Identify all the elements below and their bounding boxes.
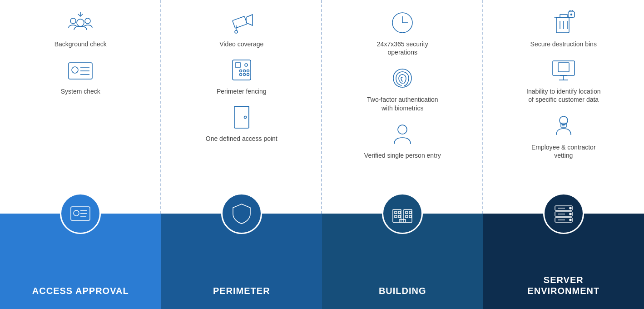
system-check-icon <box>64 56 96 84</box>
svg-point-1 <box>70 18 76 24</box>
svg-point-17 <box>243 70 245 72</box>
bottom-circle-building <box>382 193 423 234</box>
column-server-environment: Secure destruction bins Inability to ide… <box>483 0 644 214</box>
column-access-approval: Background check System check <box>0 0 161 214</box>
svg-rect-54 <box>398 215 401 218</box>
access-point-label: One defined access point <box>206 135 277 143</box>
bottom-circle-server-environment <box>543 193 584 234</box>
main-content: Background check System check <box>0 0 644 214</box>
bottom-label-server-environment: SERVER ENVIRONMENT <box>527 274 599 296</box>
background-check-label: Background check <box>54 40 107 48</box>
item-two-factor: Two-factor authentication with biometric… <box>327 65 479 112</box>
svg-point-16 <box>239 70 242 72</box>
svg-rect-14 <box>235 63 241 67</box>
svg-point-45 <box>74 210 79 216</box>
employee-vetting-label: Employee & contractor vetting <box>523 143 604 159</box>
bottom-row: ACCESS APPROVAL PERIMETER <box>0 214 644 309</box>
svg-point-19 <box>239 74 242 76</box>
svg-point-0 <box>77 19 84 26</box>
item-security-ops: 24x7x365 security operations <box>327 9 479 56</box>
bottom-label-building: BUILDING <box>379 285 426 296</box>
item-no-location: Inability to identify location of specif… <box>488 56 640 104</box>
perimeter-fencing-icon <box>226 56 258 84</box>
video-coverage-icon <box>226 9 258 36</box>
svg-point-28 <box>398 125 407 134</box>
svg-rect-53 <box>395 215 397 218</box>
security-ops-label: 24x7x365 security operations <box>362 40 443 56</box>
bottom-label-perimeter: PERIMETER <box>213 285 270 296</box>
item-system-check: System check <box>5 56 157 95</box>
column-perimeter: Video coverage Perimeter fencing <box>161 0 322 214</box>
item-access-point: One defined access point <box>166 104 318 143</box>
two-factor-icon <box>386 65 418 92</box>
svg-point-34 <box>570 14 572 15</box>
svg-point-2 <box>85 18 90 24</box>
svg-rect-57 <box>406 215 408 218</box>
single-person-icon <box>386 120 418 148</box>
svg-rect-59 <box>399 219 406 222</box>
svg-point-18 <box>247 70 249 72</box>
svg-rect-9 <box>233 16 247 28</box>
item-background-check: Background check <box>5 9 157 48</box>
svg-point-21 <box>247 74 249 76</box>
svg-rect-52 <box>398 211 401 214</box>
item-video-coverage: Video coverage <box>166 9 318 48</box>
bottom-perimeter: PERIMETER <box>161 214 322 309</box>
svg-point-20 <box>243 74 245 76</box>
access-point-icon <box>226 104 258 131</box>
perimeter-fencing-label: Perimeter fencing <box>217 87 267 95</box>
no-location-icon <box>548 56 580 84</box>
item-employee-vetting: Employee & contractor vetting <box>488 112 640 159</box>
svg-rect-55 <box>406 211 408 214</box>
employee-vetting-icon <box>548 112 580 140</box>
svg-point-15 <box>245 64 248 66</box>
destruction-bins-label: Secure destruction bins <box>530 40 597 48</box>
svg-point-23 <box>244 116 246 119</box>
background-check-icon <box>64 9 96 36</box>
svg-point-11 <box>235 30 238 33</box>
bottom-building: BUILDING <box>322 214 483 309</box>
svg-rect-35 <box>553 61 575 75</box>
bottom-server-environment: SERVER ENVIRONMENT <box>483 214 644 309</box>
two-factor-label: Two-factor authentication with biometric… <box>367 95 438 112</box>
bottom-circle-access-approval <box>60 193 101 234</box>
svg-point-5 <box>72 67 78 73</box>
security-ops-icon <box>386 9 418 36</box>
svg-point-62 <box>570 207 571 209</box>
svg-point-66 <box>570 219 571 221</box>
bottom-circle-perimeter <box>221 193 262 234</box>
item-destruction-bins: Secure destruction bins <box>488 9 640 48</box>
column-building: 24x7x365 security operations Two-factor … <box>322 0 483 214</box>
svg-rect-36 <box>558 63 569 72</box>
system-check-label: System check <box>61 87 100 95</box>
svg-point-64 <box>570 213 571 215</box>
svg-rect-51 <box>395 211 397 214</box>
no-location-label: Inability to identify location of specif… <box>526 87 600 104</box>
svg-rect-58 <box>409 215 411 218</box>
bottom-access-approval: ACCESS APPROVAL <box>0 214 161 309</box>
svg-rect-56 <box>409 211 411 214</box>
video-coverage-label: Video coverage <box>219 40 263 48</box>
item-perimeter-fencing: Perimeter fencing <box>166 56 318 95</box>
item-single-person: Verified single person entry <box>327 120 479 159</box>
single-person-label: Verified single person entry <box>364 151 441 159</box>
bottom-label-access-approval: ACCESS APPROVAL <box>32 285 129 296</box>
destruction-bins-icon <box>548 9 580 36</box>
